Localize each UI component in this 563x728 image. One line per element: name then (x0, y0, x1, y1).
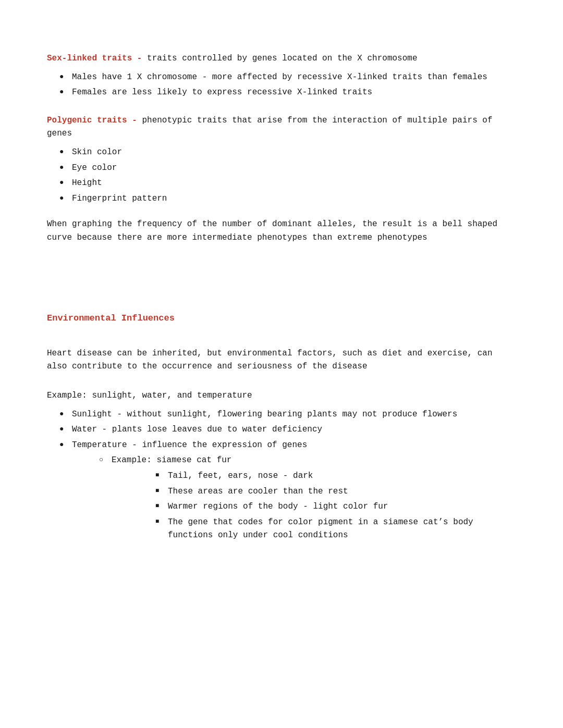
sex-linked-definition-text: traits controlled by genes located on th… (142, 54, 417, 63)
list-item: Warmer regions of the body - light color… (153, 500, 516, 514)
list-item: Height (57, 177, 516, 190)
list-item: Eye color (57, 162, 516, 175)
list-item-text: Skin color (72, 147, 122, 157)
spacer-large (47, 260, 516, 280)
list-item-text: Warmer regions of the body - light color… (168, 502, 388, 511)
list-item: These areas are cooler than the rest (153, 485, 516, 499)
list-item-text: Females are less likely to express reces… (72, 88, 372, 97)
sex-linked-heading: Sex-linked traits (47, 54, 132, 63)
list-item-text: Temperature - influence the expression o… (72, 440, 307, 450)
polygenic-paragraph: When graphing the frequency of the numbe… (47, 218, 516, 244)
spacer (47, 379, 516, 389)
environmental-example-intro: Example: sunlight, water, and temperatur… (47, 389, 516, 403)
list-item-text: Sunlight - without sunlight, flowering b… (72, 410, 457, 419)
spacer (47, 337, 516, 347)
list-item-text: These areas are cooler than the rest (168, 487, 348, 496)
list-item-text: Tail, feet, ears, nose - dark (168, 471, 313, 480)
sex-linked-bullet-list: Males have 1 X chromosome - more affecte… (57, 71, 516, 100)
sex-linked-section: Sex-linked traits - traits controlled by… (47, 52, 516, 100)
polygenic-heading: Polygenic traits (47, 116, 127, 125)
polygenic-definition: Polygenic traits - phenotypic traits tha… (47, 114, 516, 141)
environmental-paragraph1: Heart disease can be inherited, but envi… (47, 347, 516, 374)
list-item-text: Males have 1 X chromosome - more affecte… (72, 72, 487, 82)
list-item: Fingerprint pattern (57, 192, 516, 206)
list-item: Example: siamese cat fur Tail, feet, ear… (97, 454, 516, 542)
list-item-text: Water - plants lose leaves due to water … (72, 425, 322, 434)
list-item-text: Height (72, 178, 102, 188)
spacer (47, 207, 516, 218)
list-item: Tail, feet, ears, nose - dark (153, 470, 516, 483)
polygenic-section: Polygenic traits - phenotypic traits tha… (47, 114, 516, 245)
list-item: Females are less likely to express reces… (57, 86, 516, 100)
circle-list: Example: siamese cat fur Tail, feet, ear… (97, 454, 516, 542)
list-item: Temperature - influence the expression o… (57, 439, 516, 542)
environmental-section: Environmental Influences Heart disease c… (47, 312, 516, 542)
list-item-text: Fingerprint pattern (72, 194, 167, 203)
list-item-text: Example: siamese cat fur (112, 455, 231, 465)
list-item: Water - plants lose leaves due to water … (57, 423, 516, 437)
list-item: The gene that codes for color pigment in… (153, 516, 516, 542)
environmental-heading: Environmental Influences (47, 312, 516, 325)
sex-linked-dash: - (132, 54, 142, 63)
sex-linked-definition: Sex-linked traits - traits controlled by… (47, 52, 516, 66)
list-item: Males have 1 X chromosome - more affecte… (57, 71, 516, 84)
list-item-text: The gene that codes for color pigment in… (168, 517, 473, 540)
square-list: Tail, feet, ears, nose - dark These area… (153, 470, 516, 542)
environmental-bullet-list: Sunlight - without sunlight, flowering b… (57, 408, 516, 542)
list-item: Skin color (57, 146, 516, 159)
list-item: Sunlight - without sunlight, flowering b… (57, 408, 516, 422)
polygenic-bullet-list: Skin color Eye color Height Fingerprint … (57, 146, 516, 205)
list-item-text: Eye color (72, 163, 117, 172)
polygenic-dash: - (127, 116, 137, 125)
